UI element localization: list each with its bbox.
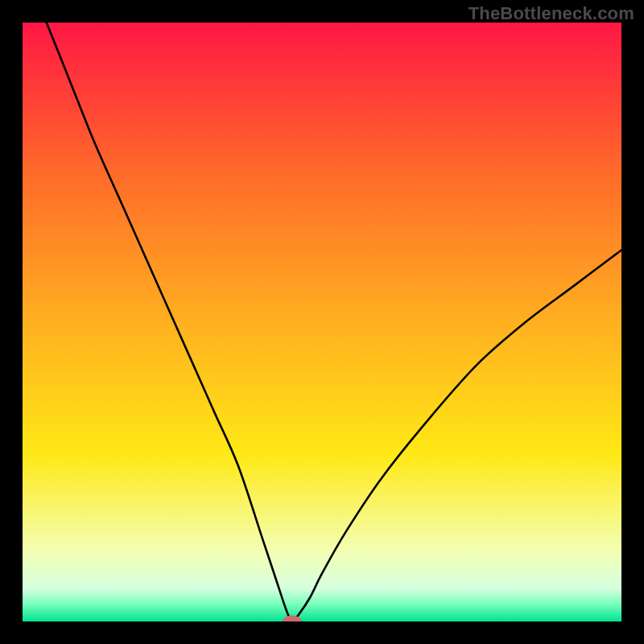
chart-svg [23,23,621,621]
chart-frame: TheBottleneck.com [0,0,644,644]
plot-canvas [23,23,621,621]
watermark-text: TheBottleneck.com [469,3,634,24]
gradient-background [23,23,621,621]
